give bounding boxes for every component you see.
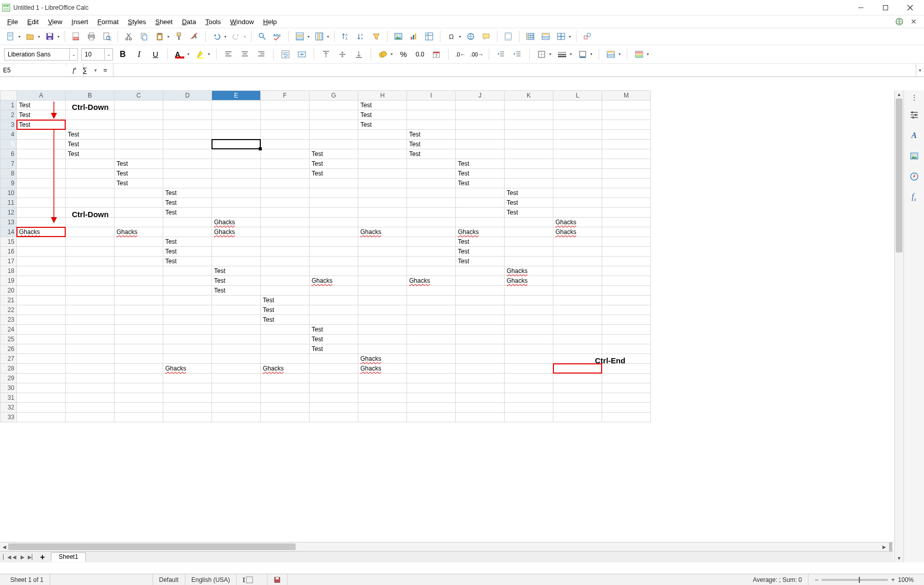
undo-button[interactable] xyxy=(210,30,223,43)
cell-J19[interactable] xyxy=(456,276,505,286)
cell-K16[interactable] xyxy=(505,247,553,257)
cell-I12[interactable] xyxy=(407,208,456,218)
status-style[interactable]: Default xyxy=(153,574,185,585)
cell-H5[interactable] xyxy=(358,140,407,149)
cell-M1[interactable] xyxy=(602,101,651,110)
cell-J9[interactable]: Test xyxy=(456,179,505,188)
cell-G2[interactable] xyxy=(310,110,358,120)
cell-H8[interactable] xyxy=(358,169,407,179)
cell-C12[interactable] xyxy=(114,208,163,218)
menu-styles[interactable]: Styles xyxy=(124,17,150,27)
cell-F17[interactable] xyxy=(261,257,310,266)
add-sheet-button[interactable]: + xyxy=(37,553,48,562)
cell-C25[interactable] xyxy=(114,335,163,344)
cell-I1[interactable] xyxy=(407,101,456,110)
cell-F31[interactable] xyxy=(261,393,310,403)
cell-H7[interactable] xyxy=(358,159,407,169)
dropdown-icon[interactable]: ▾ xyxy=(569,52,573,56)
cell-I17[interactable] xyxy=(407,257,456,266)
paste-button[interactable] xyxy=(153,30,166,43)
cell-F13[interactable] xyxy=(261,218,310,227)
cell-A10[interactable] xyxy=(17,188,66,198)
cell-E13[interactable]: Ghacks xyxy=(212,218,261,227)
cell-E30[interactable] xyxy=(212,383,261,393)
column-header-J[interactable]: J xyxy=(456,91,505,101)
cell-K7[interactable] xyxy=(505,159,553,169)
cell-K19[interactable]: Ghacks xyxy=(505,276,553,286)
cell-H1[interactable]: Test xyxy=(358,101,407,110)
open-doc-button[interactable] xyxy=(24,30,37,43)
dropdown-icon[interactable]: ▾ xyxy=(186,52,190,56)
cell-K14[interactable] xyxy=(505,227,553,237)
cell-M4[interactable] xyxy=(602,130,651,140)
cell-K4[interactable] xyxy=(505,130,553,140)
cell-D16[interactable]: Test xyxy=(163,247,212,257)
cell-B3[interactable] xyxy=(66,120,114,130)
cell-A20[interactable] xyxy=(17,286,66,296)
cell-J20[interactable] xyxy=(456,286,505,296)
clear-formatting-button[interactable]: A xyxy=(188,30,201,43)
cell-F2[interactable] xyxy=(261,110,310,120)
valign-middle-button[interactable] xyxy=(336,48,349,61)
cell-I5[interactable]: Test xyxy=(407,140,456,149)
cell-A4[interactable] xyxy=(17,130,66,140)
cell-A2[interactable]: Test xyxy=(17,110,66,120)
menu-view[interactable]: View xyxy=(44,17,66,27)
cell-A31[interactable] xyxy=(17,393,66,403)
cell-L32[interactable] xyxy=(553,403,602,413)
print-preview-button[interactable] xyxy=(100,30,113,43)
cell-L20[interactable] xyxy=(553,286,602,296)
cell-L11[interactable] xyxy=(553,198,602,208)
cell-C8[interactable]: Test xyxy=(114,169,163,179)
cell-H10[interactable] xyxy=(358,188,407,198)
cell-K18[interactable]: Ghacks xyxy=(505,266,553,276)
cell-H15[interactable] xyxy=(358,237,407,247)
redo-button[interactable] xyxy=(229,30,243,43)
cell-J21[interactable] xyxy=(456,296,505,305)
cell-K3[interactable] xyxy=(505,120,553,130)
cell-M25[interactable] xyxy=(602,335,651,344)
cell-E8[interactable] xyxy=(212,169,261,179)
cell-A1[interactable]: Test xyxy=(17,101,66,110)
cell-C20[interactable] xyxy=(114,286,163,296)
cell-F10[interactable] xyxy=(261,188,310,198)
cell-G26[interactable]: Test xyxy=(310,344,358,354)
dropdown-icon[interactable]: ▾ xyxy=(646,52,650,56)
define-range-button[interactable] xyxy=(524,30,537,43)
cell-I8[interactable] xyxy=(407,169,456,179)
cell-K11[interactable]: Test xyxy=(505,198,553,208)
cell-C1[interactable] xyxy=(114,101,163,110)
zoom-slider[interactable] xyxy=(821,579,888,581)
cell-J15[interactable]: Test xyxy=(456,237,505,247)
cell-D3[interactable] xyxy=(163,120,212,130)
cell-I11[interactable] xyxy=(407,198,456,208)
cell-H27[interactable]: Ghacks xyxy=(358,354,407,364)
freeze-panes-button[interactable] xyxy=(539,30,552,43)
cell-G5[interactable] xyxy=(310,140,358,149)
cell-E12[interactable] xyxy=(212,208,261,218)
cell-G19[interactable]: Ghacks xyxy=(310,276,358,286)
cell-K6[interactable] xyxy=(505,149,553,159)
cell-C16[interactable] xyxy=(114,247,163,257)
row-header-23[interactable]: 23 xyxy=(1,315,17,325)
cell-A32[interactable] xyxy=(17,403,66,413)
row-header-17[interactable]: 17 xyxy=(1,257,17,266)
comment-button[interactable] xyxy=(479,30,493,43)
pivot-table-button[interactable] xyxy=(422,30,436,43)
row-header-18[interactable]: 18 xyxy=(1,266,17,276)
cell-D6[interactable] xyxy=(163,149,212,159)
cell-E31[interactable] xyxy=(212,393,261,403)
cell-I7[interactable] xyxy=(407,159,456,169)
cell-C28[interactable] xyxy=(114,364,163,374)
cell-L25[interactable] xyxy=(553,335,602,344)
cell-A22[interactable] xyxy=(17,305,66,315)
cell-M32[interactable] xyxy=(602,403,651,413)
cell-J5[interactable] xyxy=(456,140,505,149)
cell-B22[interactable] xyxy=(66,305,114,315)
cell-G28[interactable] xyxy=(310,364,358,374)
cell-E27[interactable] xyxy=(212,354,261,364)
formula-expand-button[interactable]: ▾ xyxy=(916,64,924,76)
cell-J29[interactable] xyxy=(456,374,505,383)
hscroll-thumb[interactable] xyxy=(8,543,296,550)
cell-D1[interactable] xyxy=(163,101,212,110)
